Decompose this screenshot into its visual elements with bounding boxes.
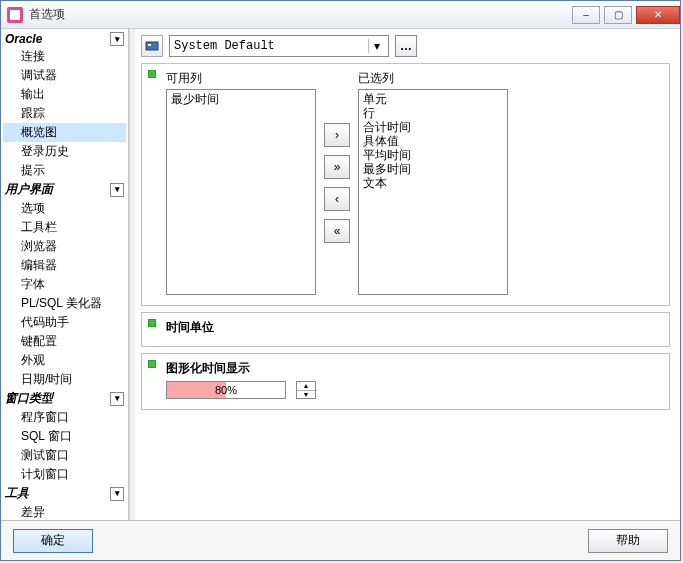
app-icon bbox=[7, 7, 23, 23]
tree-item[interactable]: 外观 bbox=[3, 351, 126, 370]
tree-group-label: Oracle bbox=[5, 32, 110, 46]
preset-dropdown[interactable]: System Default ▾ bbox=[169, 35, 389, 57]
selected-listbox[interactable]: 单元行合计时间具体值平均时间最多时间文本 bbox=[358, 89, 508, 295]
minimize-button[interactable]: – bbox=[572, 6, 600, 24]
help-button[interactable]: 帮助 bbox=[588, 529, 668, 553]
tree-group[interactable]: 用户界面▾ bbox=[3, 180, 126, 199]
available-listbox[interactable]: 最少时间 bbox=[166, 89, 316, 295]
collapse-icon[interactable]: ▾ bbox=[110, 487, 124, 501]
add-button[interactable]: › bbox=[324, 123, 350, 147]
tree-item[interactable]: 提示 bbox=[3, 161, 126, 180]
collapse-icon[interactable]: ▾ bbox=[110, 183, 124, 197]
spinner-down-icon[interactable]: ▼ bbox=[297, 391, 315, 399]
tree-group-label: 工具 bbox=[5, 485, 110, 502]
main-panel: System Default ▾ … 可用列 最少时间 › » ‹ « bbox=[135, 29, 680, 520]
add-all-button[interactable]: » bbox=[324, 155, 350, 179]
tree-item[interactable]: 差异 bbox=[3, 503, 126, 520]
list-item[interactable]: 合计时间 bbox=[363, 120, 503, 134]
maximize-button[interactable]: ▢ bbox=[604, 6, 632, 24]
preset-dropdown-value: System Default bbox=[174, 39, 368, 53]
remove-button[interactable]: ‹ bbox=[324, 187, 350, 211]
tree-group-label: 窗口类型 bbox=[5, 390, 110, 407]
tree-group[interactable]: Oracle▾ bbox=[3, 31, 126, 47]
list-item[interactable]: 具体值 bbox=[363, 134, 503, 148]
tree-item[interactable]: 输出 bbox=[3, 85, 126, 104]
tree-item[interactable]: 连接 bbox=[3, 47, 126, 66]
collapse-icon[interactable]: ▾ bbox=[110, 32, 124, 46]
tree-item[interactable]: 跟踪 bbox=[3, 104, 126, 123]
preset-icon[interactable] bbox=[141, 35, 163, 57]
tree-item[interactable]: 代码助手 bbox=[3, 313, 126, 332]
tree-item[interactable]: 工具栏 bbox=[3, 218, 126, 237]
marker-icon bbox=[148, 70, 156, 78]
collapse-icon[interactable]: ▾ bbox=[110, 392, 124, 406]
list-item[interactable]: 最少时间 bbox=[171, 92, 311, 106]
tree-item[interactable]: 字体 bbox=[3, 275, 126, 294]
columns-fieldset: 可用列 最少时间 › » ‹ « 已选列 单元行合计时间具体值平均时间最多时间文… bbox=[141, 63, 670, 306]
category-tree[interactable]: Oracle▾连接调试器输出跟踪概览图登录历史提示用户界面▾选项工具栏浏览器编辑… bbox=[1, 29, 128, 520]
marker-icon bbox=[148, 360, 156, 368]
tree-item[interactable]: PL/SQL 美化器 bbox=[3, 294, 126, 313]
tree-item[interactable]: 编辑器 bbox=[3, 256, 126, 275]
list-item[interactable]: 平均时间 bbox=[363, 148, 503, 162]
preferences-window: 首选项 – ▢ ✕ Oracle▾连接调试器输出跟踪概览图登录历史提示用户界面▾… bbox=[0, 0, 681, 561]
spinner-up-icon[interactable]: ▲ bbox=[297, 382, 315, 391]
tree-group-label: 用户界面 bbox=[5, 181, 110, 198]
window-title: 首选项 bbox=[29, 6, 572, 23]
tree-item[interactable]: 调试器 bbox=[3, 66, 126, 85]
ok-button[interactable]: 确定 bbox=[13, 529, 93, 553]
list-item[interactable]: 文本 bbox=[363, 176, 503, 190]
tree-item[interactable]: 程序窗口 bbox=[3, 408, 126, 427]
tree-item[interactable]: 计划窗口 bbox=[3, 465, 126, 484]
close-button[interactable]: ✕ bbox=[636, 6, 680, 24]
preset-browse-button[interactable]: … bbox=[395, 35, 417, 57]
tree-item[interactable]: 概览图 bbox=[3, 123, 126, 142]
graph-fieldset: 图形化时间显示 80% ▲ ▼ bbox=[141, 353, 670, 410]
progress-text: 80% bbox=[167, 382, 285, 398]
list-item[interactable]: 最多时间 bbox=[363, 162, 503, 176]
tree-group[interactable]: 工具▾ bbox=[3, 484, 126, 503]
tree-item[interactable]: 选项 bbox=[3, 199, 126, 218]
time-unit-fieldset: 时间单位 bbox=[141, 312, 670, 347]
time-unit-title: 时间单位 bbox=[166, 319, 661, 336]
tree-item[interactable]: 浏览器 bbox=[3, 237, 126, 256]
svg-rect-0 bbox=[146, 42, 158, 50]
tree-item[interactable]: SQL 窗口 bbox=[3, 427, 126, 446]
tree-item[interactable]: 键配置 bbox=[3, 332, 126, 351]
graph-title: 图形化时间显示 bbox=[166, 360, 661, 377]
selected-label: 已选列 bbox=[358, 70, 508, 87]
footer: 确定 帮助 bbox=[1, 520, 680, 560]
svg-rect-1 bbox=[148, 44, 151, 46]
available-label: 可用列 bbox=[166, 70, 316, 87]
remove-all-button[interactable]: « bbox=[324, 219, 350, 243]
chevron-down-icon: ▾ bbox=[368, 39, 384, 53]
percent-spinner[interactable]: ▲ ▼ bbox=[296, 381, 316, 399]
category-sidebar: Oracle▾连接调试器输出跟踪概览图登录历史提示用户界面▾选项工具栏浏览器编辑… bbox=[1, 29, 129, 520]
list-item[interactable]: 行 bbox=[363, 106, 503, 120]
list-item[interactable]: 单元 bbox=[363, 92, 503, 106]
tree-item[interactable]: 测试窗口 bbox=[3, 446, 126, 465]
marker-icon bbox=[148, 319, 156, 327]
graph-percent-bar[interactable]: 80% bbox=[166, 381, 286, 399]
titlebar[interactable]: 首选项 – ▢ ✕ bbox=[1, 1, 680, 29]
tree-group[interactable]: 窗口类型▾ bbox=[3, 389, 126, 408]
tree-item[interactable]: 登录历史 bbox=[3, 142, 126, 161]
tree-item[interactable]: 日期/时间 bbox=[3, 370, 126, 389]
